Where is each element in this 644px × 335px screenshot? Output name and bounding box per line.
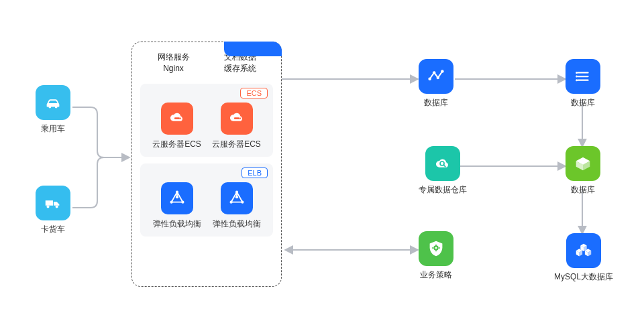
svg-point-7	[235, 196, 237, 198]
cloud-server-icon	[161, 103, 193, 135]
node-db-lines: 数据库	[566, 59, 600, 109]
cloud-search-icon	[425, 146, 460, 181]
node-cubes: MySQL大数据库	[554, 233, 613, 283]
graph-icon	[419, 59, 453, 94]
node-cube-green: 数据库	[566, 146, 600, 196]
node-cloud-search-label: 专属数据仓库	[419, 185, 467, 196]
shield-gear-icon	[419, 231, 453, 266]
elb-instance-1-label: 弹性负载均衡	[153, 218, 201, 230]
cloud-server-icon	[221, 103, 253, 135]
svg-point-10	[437, 76, 440, 80]
node-shield: 业务策略	[419, 231, 453, 281]
load-balancer-icon	[221, 182, 253, 214]
load-balancer-icon	[161, 182, 193, 214]
node-db-lines-label: 数据库	[571, 98, 595, 109]
elb-instance-1: 弹性负载均衡	[147, 182, 207, 230]
ecs-instance-1-label: 云服务器ECS	[152, 139, 201, 150]
svg-point-3	[175, 196, 178, 198]
panel-tab	[224, 42, 282, 56]
svg-rect-26	[432, 247, 433, 249]
svg-point-4	[235, 190, 237, 193]
svg-point-1	[170, 200, 172, 203]
node-db-graph-label: 数据库	[424, 98, 448, 109]
connectors	[0, 0, 644, 335]
panel-header-left-line2: Nginx	[158, 63, 190, 74]
elb-instance-2: 弹性负载均衡	[207, 182, 266, 230]
cube-icon	[566, 146, 600, 181]
svg-point-28	[435, 247, 437, 249]
ecs-group: ECS 云服务器ECS 云服务器ECS	[140, 84, 273, 157]
node-db-graph: 数据库	[419, 59, 453, 109]
central-panel: 网络服务 Nginx 文档数据 缓存系统 ECS 云服务器ECS 云服务器ECS	[131, 42, 282, 287]
car-icon	[36, 85, 70, 120]
node-cloud-search: 专属数据仓库	[419, 146, 467, 196]
panel-header-left-line1: 网络服务	[158, 52, 190, 63]
svg-point-15	[576, 72, 578, 74]
svg-point-17	[576, 79, 578, 81]
panel-header-left: 网络服务 Nginx	[158, 52, 190, 74]
ecs-instance-2: 云服务器ECS	[207, 103, 266, 150]
svg-point-8	[428, 78, 431, 81]
node-cube-green-label: 数据库	[571, 185, 595, 196]
node-cubes-label: MySQL大数据库	[554, 272, 613, 283]
svg-point-5	[229, 200, 232, 203]
node-truck: 卡货车	[36, 186, 70, 235]
svg-point-11	[441, 70, 444, 73]
cubes-icon	[566, 233, 601, 268]
truck-label: 卡货车	[41, 224, 65, 235]
svg-rect-25	[435, 250, 437, 251]
elb-instance-2-label: 弹性负载均衡	[213, 218, 261, 230]
svg-rect-27	[439, 247, 440, 249]
node-shield-label: 业务策略	[420, 270, 452, 281]
svg-point-0	[175, 190, 178, 193]
svg-point-2	[181, 200, 184, 203]
node-car: 乘用车	[36, 85, 70, 135]
truck-icon	[36, 186, 70, 220]
elb-badge: ELB	[241, 168, 268, 178]
list-icon	[566, 59, 600, 94]
car-label: 乘用车	[41, 124, 65, 135]
ecs-instance-1: 云服务器ECS	[147, 103, 207, 150]
ecs-badge: ECS	[240, 88, 268, 98]
svg-point-9	[433, 71, 436, 74]
panel-header-right-line2: 缓存系统	[224, 63, 256, 74]
svg-point-16	[576, 76, 578, 78]
elb-group: ELB 弹性负载均衡 弹性负载均衡	[140, 163, 273, 237]
svg-point-6	[241, 200, 244, 203]
ecs-instance-2-label: 云服务器ECS	[212, 139, 261, 150]
svg-rect-24	[435, 245, 437, 246]
